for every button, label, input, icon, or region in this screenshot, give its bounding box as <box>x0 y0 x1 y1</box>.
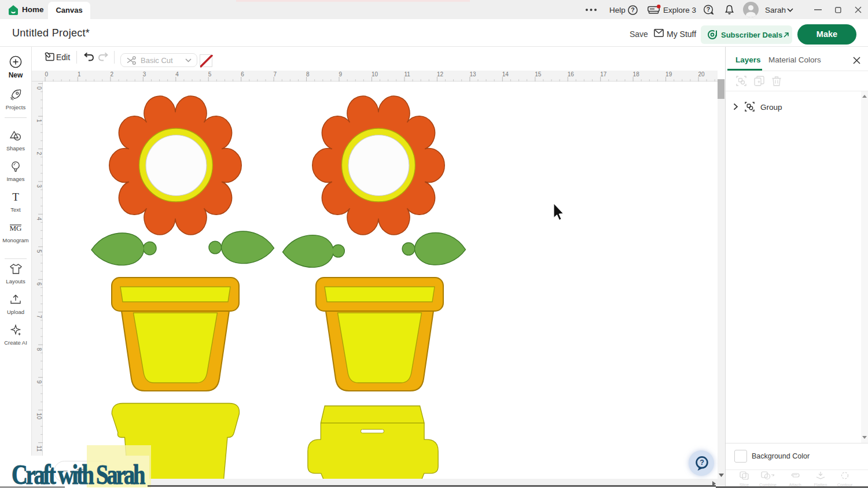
svg-text:2: 2 <box>36 152 42 156</box>
svg-text:5: 5 <box>36 250 42 253</box>
svg-text:16: 16 <box>568 71 575 77</box>
svg-text:T: T <box>12 191 19 203</box>
svg-text:15: 15 <box>535 71 542 77</box>
svg-text:6: 6 <box>36 282 42 286</box>
svg-text:7: 7 <box>274 71 277 77</box>
svg-text:1: 1 <box>78 71 81 77</box>
svg-text:19: 19 <box>665 71 672 77</box>
svg-text:10: 10 <box>36 413 42 420</box>
svg-text:11: 11 <box>404 71 411 77</box>
svg-text:4: 4 <box>36 217 42 220</box>
svg-text:3: 3 <box>143 71 146 77</box>
svg-text:11: 11 <box>36 446 42 452</box>
svg-text:1: 1 <box>36 119 42 123</box>
svg-text:5: 5 <box>208 71 212 77</box>
svg-text:0: 0 <box>45 71 49 77</box>
svg-text:8: 8 <box>306 71 310 77</box>
svg-text:MG: MG <box>10 224 22 232</box>
svg-text:9: 9 <box>339 71 343 77</box>
svg-text:18: 18 <box>633 71 640 77</box>
svg-text:9: 9 <box>36 380 42 384</box>
svg-text:17: 17 <box>600 71 607 77</box>
svg-text:?: ? <box>707 6 710 13</box>
svg-text:13: 13 <box>469 71 476 77</box>
svg-text:?: ? <box>700 459 704 467</box>
svg-text:0: 0 <box>36 87 42 90</box>
svg-text:14: 14 <box>502 71 509 77</box>
svg-text:6: 6 <box>241 71 244 77</box>
svg-text:8: 8 <box>36 347 42 351</box>
svg-text:20: 20 <box>698 71 705 77</box>
svg-text:7: 7 <box>36 315 42 319</box>
svg-text:4: 4 <box>175 71 179 77</box>
svg-text:12: 12 <box>437 71 444 77</box>
svg-text:2: 2 <box>110 71 113 77</box>
svg-text:10: 10 <box>372 71 378 77</box>
svg-text:?: ? <box>631 6 634 13</box>
svg-text:3: 3 <box>36 184 42 188</box>
